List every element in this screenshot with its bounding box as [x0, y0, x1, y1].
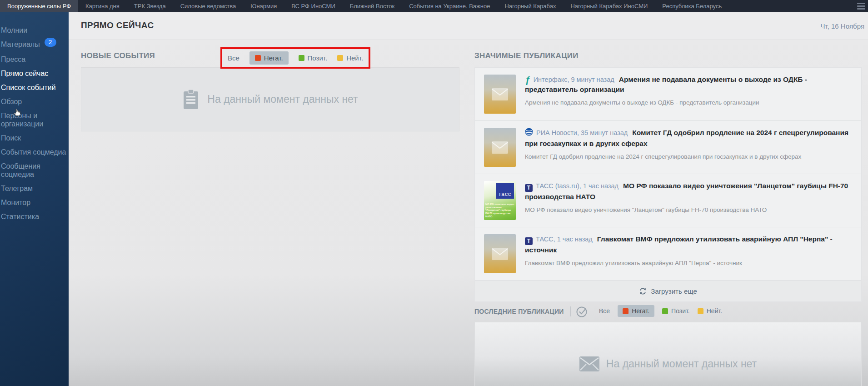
tab-trk-zvezda[interactable]: ТРК Звезда: [127, 0, 173, 12]
publication-summary: Главкомат ВМФ предложил утилизовать авар…: [525, 259, 852, 267]
load-more-label: Загрузить еще: [651, 287, 697, 295]
new-events-empty-state: На данный момент данных нет: [81, 67, 459, 131]
tab-silovye-vedomstva[interactable]: Силовые ведомства: [173, 0, 244, 12]
sidebar-item-poisk[interactable]: Поиск: [1, 134, 68, 142]
sidebar-item-materialy[interactable]: Материалы2: [1, 40, 68, 50]
significant-publications-panel: ƒИнтерфакс, 9 минут назадАрмения не пода…: [474, 67, 862, 302]
latest-publications-title: ПОСЛЕДНИЕ ПУБЛИКАЦИИ: [474, 308, 564, 315]
vertical-divider: [570, 306, 571, 316]
clipboard-icon: [182, 89, 200, 110]
publication-body: TТАСС (tass.ru), 1 час назадМО РФ показа…: [525, 181, 852, 220]
filter-all-button[interactable]: Все: [228, 54, 239, 62]
positive-square-icon: [662, 308, 668, 314]
tab-nagornyy-karabakh[interactable]: Нагорный Карабах: [497, 0, 563, 12]
sidebar-item-telegram[interactable]: Телеграм: [1, 185, 68, 193]
positive-square-icon: [299, 55, 304, 61]
envelope-icon: [492, 141, 508, 154]
new-events-title: НОВЫЕ СОБЫТИЯ: [81, 51, 155, 60]
filter-label: Позит.: [671, 307, 690, 315]
current-date: Чт, 16 Ноября: [820, 22, 864, 30]
check-circle-icon[interactable]: [576, 306, 588, 318]
tass-icon: T: [525, 184, 533, 192]
sidebar-item-label: Материалы: [1, 40, 40, 48]
sidebar-item-spisok-sobytiy[interactable]: Список событий: [1, 84, 68, 92]
empty-state-text: На данный момент данных нет: [207, 93, 358, 105]
interfax-icon: ƒ: [525, 76, 530, 84]
filter-label: Позит.: [308, 54, 328, 62]
latest-publications-empty-state: На данный момент данных нет: [474, 322, 862, 386]
publication-source: Интерфакс, 9 минут назад: [534, 76, 614, 83]
sidebar-item-persony-i-organizacii[interactable]: Персоны и организации: [1, 112, 68, 128]
sidebar-item-sobytiya-socmedia[interactable]: События соцмедиа: [1, 148, 68, 156]
neutral-square-icon: [337, 55, 343, 61]
filter-label: Негат.: [264, 54, 283, 62]
topbar: Вооруженные силы РФ Картина дня ТРК Звез…: [0, 0, 868, 12]
tass-icon: T: [525, 237, 533, 245]
page-header: ПРЯМО СЕЙЧАС Чт, 16 Ноября: [69, 12, 868, 40]
page-title: ПРЯМО СЕЙЧАС: [81, 20, 154, 30]
sidebar-item-pryamo-seychas[interactable]: Прямо сейчас: [1, 70, 68, 78]
publication-item[interactable]: TТАСС, 1 час назадГлавкомат ВМФ предложи…: [475, 227, 861, 280]
filter-negative-button[interactable]: Негат.: [618, 305, 654, 317]
publication-item[interactable]: ƒИнтерфакс, 9 минут назадАрмения не пода…: [475, 68, 861, 120]
annotation-red-box: Все Негат. Позит. Нейт.: [220, 47, 370, 69]
latest-publications-header: ПОСЛЕДНИЕ ПУБЛИКАЦИИ Все Негат. Позит. Н…: [474, 304, 862, 319]
tab-yunarmiya[interactable]: Юнармия: [243, 0, 284, 12]
filter-label: Нейт.: [346, 54, 363, 62]
tab-vooruzhennye-sily-rf[interactable]: Вооруженные силы РФ: [0, 0, 78, 12]
sidebar-item-molnii[interactable]: Молнии: [1, 26, 68, 35]
ria-novosti-icon: [525, 128, 533, 139]
sidebar-item-monitor[interactable]: Монитор: [1, 199, 68, 207]
article-thumbnail: [484, 128, 516, 167]
sidebar-item-obzor[interactable]: Обзор: [1, 98, 68, 106]
sidebar-item-soobshcheniya-socmedia[interactable]: Сообщения соцмедиа: [1, 162, 68, 179]
filter-neutral-button[interactable]: Нейт.: [337, 54, 363, 62]
mouse-cursor-icon: [14, 109, 21, 117]
filter-label: Нейт.: [707, 307, 722, 315]
sidebar: Молнии Материалы2 Пресса Прямо сейчас Сп…: [0, 12, 69, 386]
tab-sobytiya-na-ukraine[interactable]: События на Украине. Важное: [402, 0, 497, 12]
filter-negative-button[interactable]: Негат.: [249, 51, 289, 65]
latest-sentiment-filters: Все Негат. Позит. Нейт.: [599, 305, 722, 317]
filter-all-button[interactable]: Все: [599, 307, 610, 315]
article-thumbnail: тасс МО РФ показало видео уничтожения "Л…: [484, 181, 516, 220]
envelope-icon: [492, 248, 508, 260]
envelope-icon: [492, 88, 508, 100]
tass-logo: тасс: [496, 183, 514, 199]
publication-summary: Армения не подавала документы о выходе и…: [525, 99, 852, 106]
publication-body: ƒИнтерфакс, 9 минут назадАрмения не пода…: [525, 75, 852, 114]
filter-neutral-button[interactable]: Нейт.: [698, 307, 722, 315]
load-more-button[interactable]: Загрузить еще: [475, 280, 861, 301]
publication-summary: МО РФ показало видео уничтожения "Ланцет…: [525, 206, 852, 214]
publication-source: ТАСС (tass.ru), 1 час назад: [536, 182, 619, 190]
filter-positive-button[interactable]: Позит.: [299, 54, 328, 62]
article-thumbnail: [484, 75, 516, 114]
publication-source: РИА Новости, 35 минут назад: [536, 129, 628, 136]
publication-item[interactable]: РИА Новости, 35 минут назадКомитет ГД од…: [475, 120, 861, 174]
tab-nagornyy-karabakh-inosmi[interactable]: Нагорный Карабах ИноСМИ: [563, 0, 655, 12]
article-thumbnail: [484, 234, 516, 273]
publication-item[interactable]: тасс МО РФ показало видео уничтожения "Л…: [475, 174, 861, 227]
neutral-square-icon: [698, 308, 703, 314]
sidebar-item-pressa[interactable]: Пресса: [1, 55, 68, 64]
publication-body: РИА Новости, 35 минут назадКомитет ГД од…: [525, 128, 852, 167]
filter-positive-button[interactable]: Позит.: [662, 307, 690, 315]
tab-respublika-belarus[interactable]: Республика Беларусь: [655, 0, 729, 12]
tab-blizhniy-vostok[interactable]: Ближний Восток: [343, 0, 402, 12]
materials-count-badge: 2: [45, 38, 56, 47]
tab-kartina-dnya[interactable]: Картина дня: [78, 0, 127, 12]
publication-source: ТАСС, 1 час назад: [536, 236, 593, 243]
refresh-icon: [639, 287, 647, 295]
negative-square-icon: [623, 308, 629, 314]
filter-label: Негат.: [632, 307, 649, 315]
envelope-icon: [579, 356, 599, 371]
publication-body: TТАСС, 1 час назадГлавкомат ВМФ предложи…: [525, 234, 852, 273]
main-content: ПРЯМО СЕЙЧАС Чт, 16 Ноября НОВЫЕ СОБЫТИЯ…: [69, 12, 868, 386]
tab-vs-rf-inosmi[interactable]: ВС РФ ИноСМИ: [284, 0, 342, 12]
sidebar-item-statistika[interactable]: Статистика: [1, 213, 68, 221]
negative-square-icon: [255, 55, 261, 61]
thumbnail-caption: МО РФ показало видео уничтожения "Ланцет…: [485, 203, 514, 218]
new-events-sentiment-filters: Все Негат. Позит. Нейт.: [228, 51, 363, 65]
empty-state-text: На данный момент данных нет: [606, 358, 757, 370]
hamburger-menu-icon[interactable]: [856, 2, 868, 11]
